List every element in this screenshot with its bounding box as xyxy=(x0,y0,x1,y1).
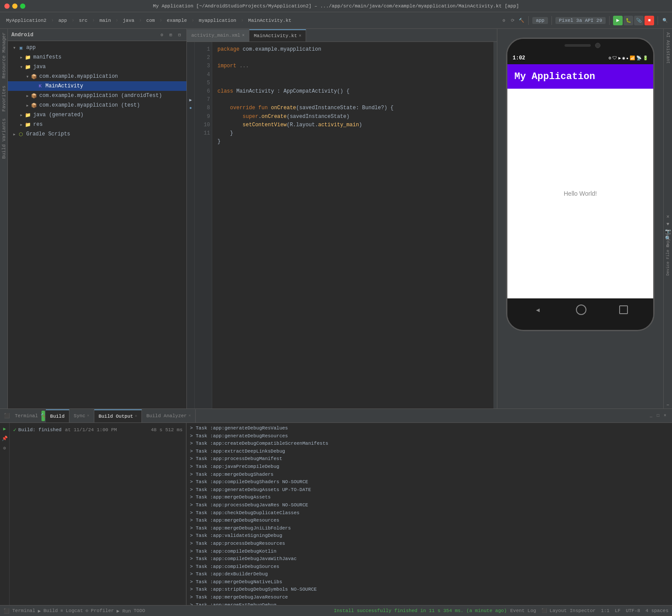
code-editor[interactable]: package com.example.myapplication import… xyxy=(212,42,493,408)
sync-tab-close[interactable]: × xyxy=(87,414,89,418)
play-icon: ▶ xyxy=(618,55,621,61)
ai-assistant-label[interactable]: AI Assistant xyxy=(665,29,671,68)
close-right-icon[interactable]: × xyxy=(665,214,672,221)
resource-manager-label[interactable]: Resource Manager xyxy=(0,29,7,82)
build-status-tab[interactable]: Build xyxy=(43,608,58,613)
build-finished-item[interactable]: ✓ Build: finished at 11/1/24 1:00 PM 48 … xyxy=(11,425,184,435)
run-label-status[interactable]: ▶ Run xyxy=(117,608,131,614)
tree-item-gradle[interactable]: ▶ ⬡ Gradle Scripts xyxy=(8,129,186,139)
logcat-label[interactable]: Logcat xyxy=(65,608,83,613)
tree-item-java-generated[interactable]: ▶ 📁 java (generated) xyxy=(8,110,186,120)
profiler-label[interactable]: Profiler xyxy=(91,608,114,613)
build-output-tab-close[interactable]: × xyxy=(135,414,137,419)
todo-label[interactable]: TODO xyxy=(134,608,145,613)
indent-label[interactable]: 4 spaces xyxy=(645,608,669,613)
build-variants-label[interactable]: Build Variants xyxy=(0,115,7,162)
close-panel-icon[interactable]: × xyxy=(662,412,669,419)
terminal-tab[interactable]: Terminal xyxy=(12,412,41,419)
lf-label[interactable]: LF xyxy=(615,608,620,613)
minimize-panel-icon[interactable]: _ xyxy=(648,412,655,419)
line-num-8: 8 xyxy=(196,104,210,112)
home-button[interactable] xyxy=(576,305,586,315)
encoding-label[interactable]: UTF-8 xyxy=(626,608,640,613)
test-icon: 📦 xyxy=(31,102,38,109)
event-log-label[interactable]: Event Log xyxy=(510,608,536,613)
tree-item-res[interactable]: ▶ 📁 res xyxy=(8,120,186,129)
settings-icon[interactable]: ⚙ xyxy=(500,17,507,24)
collapse-icon[interactable]: ⊟ xyxy=(176,31,183,38)
run-build-icon[interactable]: ▶ xyxy=(1,425,9,433)
line-col-label[interactable]: 1:1 xyxy=(601,608,610,613)
tree-item-manifests[interactable]: ▶ 📁 manifests xyxy=(8,52,186,62)
build-icon-tab[interactable]: 🔨 xyxy=(41,411,45,421)
tree-item-mainactivity[interactable]: ▶ K MainActivity xyxy=(8,81,186,91)
src-breadcrumb[interactable]: src xyxy=(76,17,90,24)
myapp-breadcrumb[interactable]: myapplication xyxy=(196,17,239,24)
terminal-icon-bottom[interactable]: ⬛ xyxy=(3,412,10,419)
window-controls[interactable] xyxy=(4,3,25,9)
heart-icon[interactable]: ♥ xyxy=(665,221,672,228)
gutter-7: ▶ xyxy=(188,96,193,104)
back-button[interactable]: ◀ xyxy=(533,305,543,315)
file-breadcrumb[interactable]: MainActivity.kt xyxy=(245,17,294,24)
tab-build-analyzer[interactable]: Build Analyzer × xyxy=(142,409,196,422)
project-name[interactable]: MyApplication2 xyxy=(3,17,49,24)
tab-build-output[interactable]: Build Output × xyxy=(94,409,142,422)
locate-icon[interactable]: ⊙ xyxy=(1,444,9,452)
stop-button[interactable]: ■ xyxy=(644,16,654,25)
scroll-indicator[interactable] xyxy=(493,42,497,408)
tab-close-activity-main[interactable]: × xyxy=(242,33,245,38)
expand-icon[interactable]: ⊞ xyxy=(167,31,174,38)
logcat-icon: ≡ xyxy=(60,609,63,613)
tree-item-java[interactable]: ▼ 📁 java xyxy=(8,62,186,72)
pin-icon[interactable]: 📌 xyxy=(1,434,9,442)
close-button[interactable] xyxy=(4,3,10,9)
device-file-icon[interactable]: Device File Explorer xyxy=(665,249,672,256)
layout-inspector-label[interactable]: ⬛ Layout Inspector xyxy=(541,608,596,613)
build-log[interactable]: > Task :app:generateDebugResValues > Tas… xyxy=(186,423,672,605)
terminal-status-label[interactable]: Terminal xyxy=(12,608,35,613)
sync-icon[interactable]: ⟳ xyxy=(509,17,516,24)
tab-sync[interactable]: Sync × xyxy=(69,409,94,422)
run-button[interactable]: ▶ xyxy=(613,16,623,25)
signal-icon: 📡 xyxy=(636,55,641,61)
favorites-label[interactable]: Favorites xyxy=(0,82,7,115)
project-panel-title: Android xyxy=(11,32,33,38)
main-breadcrumb[interactable]: main xyxy=(97,17,114,24)
search-everywhere-icon[interactable]: 🔍 xyxy=(662,17,669,24)
tab-mainactivity[interactable]: MainActivity.kt × xyxy=(249,29,306,42)
phone-nav-bar[interactable]: ◀ xyxy=(507,298,653,321)
run-icon-status[interactable]: ▶ xyxy=(38,608,41,614)
tree-item-app[interactable]: ▼ ▣ app xyxy=(8,43,186,52)
recents-button[interactable] xyxy=(619,305,628,314)
tree-item-test[interactable]: ▶ 📦 com.example.myapplication (test) xyxy=(8,100,186,110)
debug-button[interactable]: 🐛 xyxy=(624,16,633,25)
build-icon[interactable]: 🔨 xyxy=(518,17,525,24)
line-numbers: 1 2 3 4 5 6 7 8 9 10 11 xyxy=(195,42,212,408)
tree-item-package[interactable]: ▼ 📦 com.example.myapplication xyxy=(8,72,186,81)
ellipsis-icon[interactable]: ⋯ xyxy=(665,401,672,408)
maximize-button[interactable] xyxy=(20,3,25,9)
gear-icon[interactable]: ⚙ xyxy=(159,31,165,38)
terminal-status-icon[interactable]: ⬛ xyxy=(3,608,10,614)
example-breadcrumb[interactable]: example xyxy=(164,17,190,24)
build-analyzer-tab-close[interactable]: × xyxy=(189,414,191,418)
maximize-panel-icon[interactable]: □ xyxy=(655,412,662,419)
minimize-button[interactable] xyxy=(12,3,17,9)
run-config-label[interactable]: app xyxy=(532,17,548,24)
tab-close-mainactivity[interactable]: × xyxy=(299,34,301,38)
tree-label-java: java xyxy=(33,64,46,70)
java-breadcrumb[interactable]: java xyxy=(120,17,137,24)
java-gen-folder-icon: 📁 xyxy=(24,111,31,118)
tab-activity-main[interactable]: activity_main.xml × xyxy=(187,29,249,42)
log-line-16: > Task :app:processDebugResources xyxy=(190,540,669,548)
attach-button[interactable]: 📎 xyxy=(634,16,644,25)
status-bar-right: Event Log ⬛ Layout Inspector 1:1 LF UTF-… xyxy=(510,608,669,613)
tree-item-androidtest[interactable]: ▶ 📦 com.example.myapplication (androidTe… xyxy=(8,91,186,100)
device-label[interactable]: Pixel 3a API 29 xyxy=(555,17,606,24)
tree-label-res: res xyxy=(33,121,43,128)
kotlin-icon: K xyxy=(37,83,44,90)
com-breadcrumb[interactable]: com xyxy=(144,17,158,24)
tab-build[interactable]: Build xyxy=(46,409,69,422)
module-name[interactable]: app xyxy=(56,17,70,24)
